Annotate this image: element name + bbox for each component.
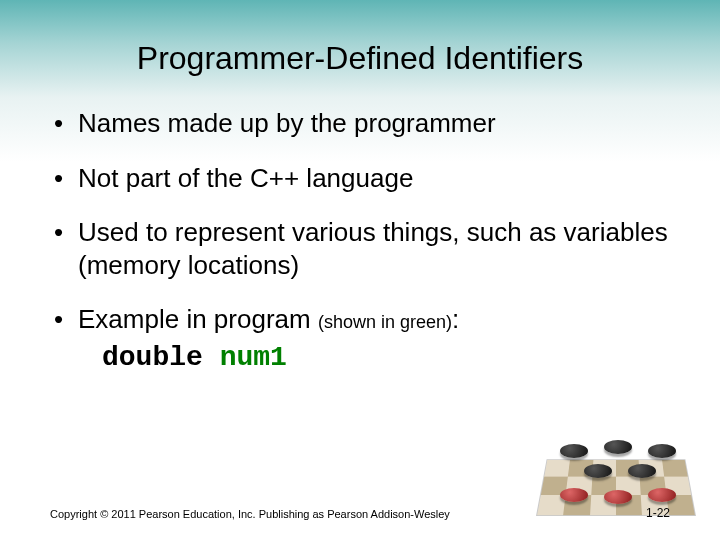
bullet-item: Used to represent various things, such a… [50, 216, 670, 281]
bullet-text-lead: Example in program [78, 304, 318, 334]
bullet-text: Used to represent various things, such a… [78, 217, 668, 280]
checkerboard-image [536, 436, 696, 516]
checker-piece-icon [604, 440, 632, 454]
bullet-text-colon: : [452, 304, 459, 334]
checker-piece-icon [648, 444, 676, 458]
checker-piece-icon [560, 488, 588, 502]
bullet-list: Names made up by the programmer Not part… [50, 107, 670, 375]
copyright-text: Copyright © 2011 Pearson Education, Inc.… [50, 508, 450, 520]
checker-piece-icon [648, 488, 676, 502]
checker-piece-icon [628, 464, 656, 478]
page-number: 1-22 [646, 506, 670, 520]
checker-piece-icon [604, 490, 632, 504]
bullet-text: Not part of the C++ language [78, 163, 413, 193]
code-identifier: num1 [220, 342, 287, 373]
slide-title: Programmer-Defined Identifiers [50, 40, 670, 77]
bullet-item: Not part of the C++ language [50, 162, 670, 195]
bullet-text: Names made up by the programmer [78, 108, 496, 138]
bullet-item: Names made up by the programmer [50, 107, 670, 140]
checker-piece-icon [584, 464, 612, 478]
checker-piece-icon [560, 444, 588, 458]
bullet-item: Example in program (shown in green): dou… [50, 303, 670, 375]
slide: Programmer-Defined Identifiers Names mad… [0, 0, 720, 540]
code-space [203, 342, 220, 373]
code-example: double num1 [78, 340, 670, 375]
bullet-text-paren: (shown in green) [318, 312, 452, 332]
footer: Copyright © 2011 Pearson Education, Inc.… [50, 506, 670, 520]
code-keyword: double [102, 342, 203, 373]
